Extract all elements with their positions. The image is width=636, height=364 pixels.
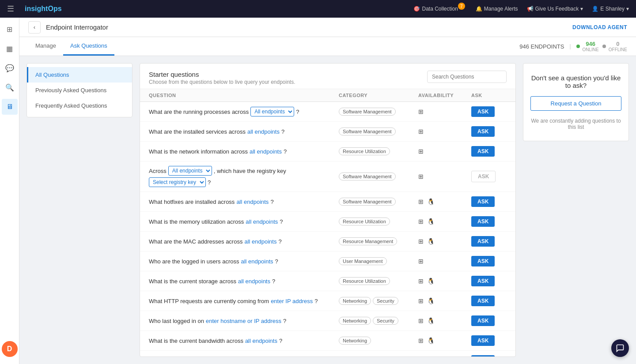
tab-ask-questions[interactable]: Ask Questions: [63, 37, 114, 56]
endpoint-link[interactable]: all endpoints: [246, 218, 278, 225]
registry-key-select[interactable]: Select registry key: [149, 177, 206, 187]
windows-icon: ⊞: [418, 258, 424, 265]
os-icons: ⊞ 🐧: [418, 238, 471, 245]
endpoint-link[interactable]: all endpoints: [238, 278, 270, 285]
ask-button[interactable]: Ask: [471, 196, 495, 207]
os-icons: ⊞: [418, 173, 471, 180]
hostname-link[interactable]: enter hostname or IP address: [206, 318, 281, 324]
online-dot: [576, 45, 580, 48]
menu-icon[interactable]: ☰: [7, 4, 14, 14]
download-agent-button[interactable]: DOWNLOAD AGENT: [572, 24, 627, 30]
endpoints-select[interactable]: All endpoints: [250, 107, 294, 116]
table-row: What are the installed services across a…: [140, 122, 515, 142]
tab-manage[interactable]: Manage: [28, 37, 63, 56]
endpoint-link[interactable]: all endpoints: [236, 199, 269, 205]
ask-cell: Ask: [471, 236, 507, 247]
nav-item-all-questions[interactable]: All Questions: [27, 67, 132, 83]
main-content: ‹ Endpoint Interrogator DOWNLOAD AGENT M…: [19, 18, 636, 364]
category-badge: Software Management: [339, 128, 396, 135]
ask-cell: Ask: [471, 335, 507, 346]
endpoint-link[interactable]: all endpoints: [245, 338, 277, 344]
nav-item-previously-asked[interactable]: Previously Asked Questions: [27, 83, 132, 98]
ask-cell: Ask: [471, 171, 507, 182]
sidebar-item-monitor[interactable]: 🖥: [2, 99, 18, 115]
left-nav-panel: All Questions Previously Asked Questions…: [26, 63, 132, 117]
total-endpoints: 946 ENDPOINTS: [519, 43, 564, 50]
ask-button[interactable]: Ask: [471, 355, 495, 356]
offline-stat: 0 OFFLINE: [602, 41, 627, 52]
ask-cell: Ask: [471, 106, 507, 117]
question-text: What is the current bandwidth across all…: [149, 338, 339, 344]
ask-button[interactable]: Ask: [471, 236, 495, 247]
endpoint-link[interactable]: all endpoints: [250, 148, 282, 155]
ask-button[interactable]: Ask: [471, 106, 495, 117]
windows-icon: ⊞: [418, 148, 424, 155]
stat-divider: |: [569, 43, 571, 49]
category-badges: Software Management: [339, 128, 418, 135]
col-category: Category: [339, 93, 418, 98]
user-menu[interactable]: 👤 E Shanley ▾: [592, 6, 629, 12]
sidebar-item-search[interactable]: 🔍: [2, 79, 18, 95]
request-question-button[interactable]: Request a Question: [530, 96, 621, 111]
ask-cell: Ask: [471, 126, 507, 137]
os-icons: ⊞ 🐧: [418, 198, 471, 205]
online-stat-block: 946 ONLINE: [583, 41, 599, 52]
user-icon: 👤: [592, 6, 598, 12]
ask-button[interactable]: Ask: [471, 335, 495, 346]
ip-address-link[interactable]: enter IP address: [271, 298, 313, 304]
ask-button[interactable]: Ask: [471, 276, 495, 286]
ask-button[interactable]: Ask: [471, 256, 495, 266]
category-badge: Resource Utilization: [339, 147, 390, 155]
sidebar-item-apps[interactable]: ▦: [2, 41, 18, 56]
question-text: Who are the logged in users across all e…: [149, 258, 339, 265]
nav-item-frequently-asked[interactable]: Frequently Asked Questions: [27, 98, 132, 113]
support-bubble[interactable]: [611, 339, 629, 357]
tabs: Manage Ask Questions: [28, 37, 519, 56]
table-row: Who last logged in on enter hostname or …: [140, 311, 515, 331]
chevron-down-icon: ▾: [580, 6, 583, 12]
endpoints-select[interactable]: All endpoints: [168, 166, 212, 176]
category-badge: Software Management: [339, 173, 396, 180]
back-button[interactable]: ‹: [28, 21, 41, 34]
search-input[interactable]: [427, 71, 507, 83]
endpoint-link[interactable]: all endpoints: [247, 128, 280, 135]
ask-button[interactable]: Ask: [471, 296, 495, 306]
sidebar-item-chat[interactable]: 💬: [2, 60, 18, 76]
category-badges: Software Management: [339, 198, 418, 206]
category-badges: Networking: [339, 337, 418, 345]
data-collection-nav[interactable]: 🎯 Data Collection 7: [413, 5, 466, 12]
table-row: What is the memory utilization across al…: [140, 212, 515, 232]
sidebar-item-grid[interactable]: ⊞: [2, 21, 18, 37]
right-panel: Don't see a question you'd like to ask? …: [523, 63, 629, 141]
endpoint-link[interactable]: all endpoints: [241, 258, 273, 265]
ask-cell: Ask: [471, 276, 507, 286]
ask-cell: Ask: [471, 216, 507, 227]
feedback-nav[interactable]: 📢 Give Us Feedback ▾: [527, 6, 583, 12]
category-badge: User Management: [339, 257, 387, 265]
endpoint-link[interactable]: all endpoints: [244, 238, 276, 245]
linux-icon: 🐧: [427, 238, 435, 245]
target-icon: 🎯: [413, 6, 420, 12]
category-badge: Resource Management: [339, 237, 397, 245]
linux-icon: 🐧: [427, 317, 435, 324]
ask-button-disabled[interactable]: Ask: [471, 171, 496, 182]
ask-button[interactable]: Ask: [471, 315, 495, 326]
table-row: What hotfixes are installed across all e…: [140, 192, 515, 212]
ask-cell: Ask: [471, 296, 507, 306]
manage-alerts-nav[interactable]: 🔔 Manage Alerts: [476, 6, 518, 12]
col-ask: Ask: [471, 93, 507, 98]
table-row: What is the current bandwidth across all…: [140, 331, 515, 351]
question-text: What is the network information across a…: [149, 148, 339, 155]
linux-icon: 🐧: [427, 297, 435, 304]
questions-panel: Starter questions Choose from the questi…: [140, 63, 516, 357]
question-text: What HTTP requests are currently coming …: [149, 298, 339, 304]
ask-button[interactable]: Ask: [471, 216, 495, 227]
category-badges: Networking Security: [339, 317, 418, 325]
ask-button[interactable]: Ask: [471, 126, 495, 137]
brand-logo: D: [2, 341, 18, 357]
table-row: What is the current storage across all e…: [140, 271, 515, 291]
windows-icon: ⊞: [418, 278, 424, 285]
ask-button[interactable]: Ask: [471, 146, 495, 157]
app-logo: insightOps: [25, 5, 406, 13]
questions-table: Question Category Availability Ask What …: [140, 89, 515, 356]
